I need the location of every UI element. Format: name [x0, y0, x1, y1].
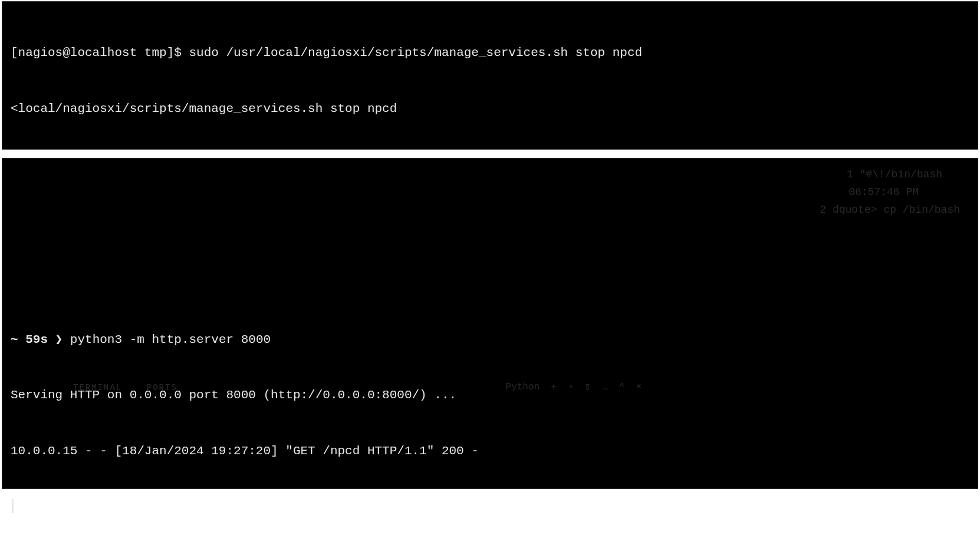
shell-prompt: ~ 59s ❯ [11, 333, 70, 346]
shell-prompt: [nagios@localhost tmp]$ [11, 46, 189, 60]
cursor-icon [12, 499, 14, 513]
background-text: 1 "#\!/bin/bash [847, 167, 942, 183]
background-text: 2 dquote> cp /bin/bash [820, 202, 960, 218]
shell-command: sudo /usr/local/nagiosxi/scripts/manage_… [189, 46, 642, 60]
terminal-line: ~ 59s ❯ python3 -m http.server 8000 [11, 331, 969, 349]
terminal-output: 10.0.0.15 - - [18/Jan/2024 19:27:20] "GE… [11, 442, 969, 461]
terminal-line: [nagios@localhost tmp]$ sudo /usr/local/… [11, 44, 969, 62]
terminal-output: Serving HTTP on 0.0.0.0 port 8000 (http:… [11, 386, 969, 405]
terminal-bottom[interactable]: 1 "#\!/bin/bash 06:57:46 PM 2 dquote> cp… [2, 158, 978, 489]
background-text: 06:57:46 PM [849, 184, 919, 200]
terminal-top[interactable]: [nagios@localhost tmp]$ sudo /usr/local/… [2, 1, 978, 150]
terminal-output: <local/nagiosxi/scripts/manage_services.… [11, 100, 969, 118]
shell-command: python3 -m http.server 8000 [70, 333, 271, 346]
terminal-line[interactable] [11, 497, 969, 516]
